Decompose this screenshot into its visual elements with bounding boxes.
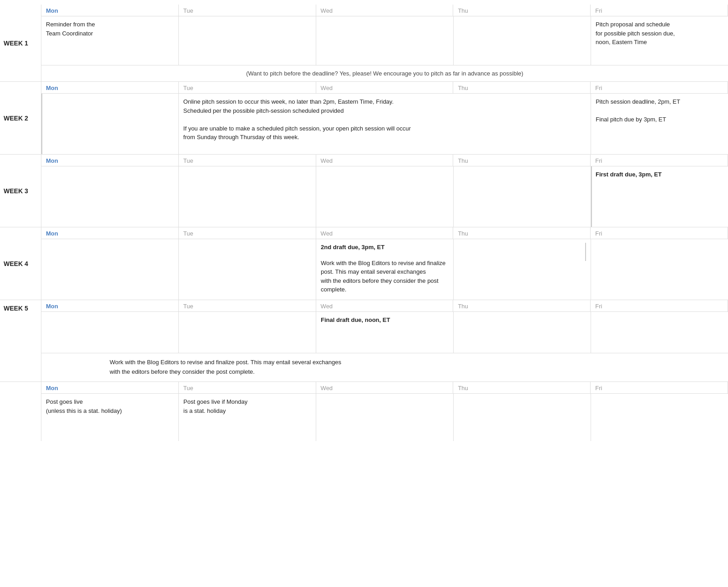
week2-fri-header: Fri (591, 82, 728, 94)
week1-fri-header: Fri (591, 5, 728, 16)
week1-thu-header: Thu (453, 5, 591, 16)
week1-mon-text: Reminder from theTeam Coordinator (46, 21, 95, 37)
week4-mon-header: Mon (41, 227, 179, 239)
week-3-row: WEEK 3 Mon Tue Wed Thu Fri First draft d… (0, 155, 728, 227)
week4-tue-header: Tue (179, 227, 316, 239)
week4-wed-editor-text: Work with the Blog Editors to revise and… (321, 260, 445, 293)
week2-fri-cell: Pitch session deadline, 2pm, ET Final pi… (591, 94, 728, 154)
week2-main-text: Online pitch session to occur this week,… (183, 98, 411, 140)
week6-mon-header: Mon (41, 382, 179, 394)
week5-mon-cell (41, 312, 179, 353)
week1-span-text: (Want to pitch before the deadline? Yes,… (41, 65, 728, 81)
week6-fri-header: Fri (591, 382, 728, 394)
week3-thu-cell (454, 166, 591, 227)
week-5-grid: Mon Tue Wed Thu Fri Final draft due, noo… (41, 300, 728, 381)
week-1-content: Reminder from theTeam Coordinator Pitch … (41, 16, 728, 65)
week5-fri-cell (591, 312, 728, 353)
week4-wed-cell: 2nd draft due, 3pm, ET Work with the Blo… (316, 239, 454, 300)
week4-mon-cell (41, 239, 179, 300)
week2-mon-cell (41, 94, 179, 154)
week4-fri-header: Fri (591, 227, 728, 239)
week6-tue-header: Tue (179, 382, 316, 394)
week2-thu-header: Thu (453, 82, 591, 94)
week-1-row: WEEK 1 Mon Tue Wed Thu Fri Reminder from… (0, 5, 728, 82)
week5-wed-header: Wed (316, 300, 454, 312)
week-5-label: WEEK 5 (0, 300, 41, 381)
week5-wed-cell: Final draft due, noon, ET (316, 312, 454, 353)
week4-thu-cell (454, 239, 591, 300)
week6-mon-cell: Post goes live(unless this is a stat. ho… (41, 394, 179, 441)
week4-thu-header: Thu (453, 227, 591, 239)
week-1-grid: Mon Tue Wed Thu Fri Reminder from theTea… (41, 5, 728, 81)
week5-tue-cell (179, 312, 316, 353)
week2-tue-header: Tue (179, 82, 316, 94)
week3-mon-cell (41, 166, 179, 227)
week1-tue-cell (179, 16, 316, 65)
week5-span-text: Work with the Blog Editors to revise and… (41, 353, 346, 381)
week2-mon-header: Mon (41, 82, 179, 94)
week-5-row: WEEK 5 Mon Tue Wed Thu Fri Final draft d… (0, 300, 728, 382)
week-6-row: Mon Tue Wed Thu Fri Post goes live(unles… (0, 382, 728, 441)
week3-mon-header: Mon (41, 155, 179, 166)
week-5-headers: Mon Tue Wed Thu Fri (41, 300, 728, 312)
week-3-label: WEEK 3 (0, 155, 41, 227)
week-6-content: Post goes live(unless this is a stat. ho… (41, 394, 728, 441)
week6-tue-text: Post goes live if Mondayis a stat. holid… (183, 398, 248, 414)
week-6-headers: Mon Tue Wed Thu Fri (41, 382, 728, 394)
week3-tue-header: Tue (179, 155, 316, 166)
week-2-grid: Mon Tue Wed Thu Fri Online pitch session… (41, 82, 728, 154)
week3-wed-header: Wed (316, 155, 454, 166)
week5-span-row: Work with the Blog Editors to revise and… (41, 353, 728, 381)
week3-thu-header: Thu (453, 155, 591, 166)
week5-mon-header: Mon (41, 300, 179, 312)
week6-mon-text: Post goes live(unless this is a stat. ho… (46, 398, 122, 414)
week-2-headers: Mon Tue Wed Thu Fri (41, 82, 728, 94)
week3-fri-header: Fri (591, 155, 728, 166)
week-4-grid: Mon Tue Wed Thu Fri 2nd draft due, 3pm, … (41, 227, 728, 300)
week1-wed-cell (316, 16, 454, 65)
week1-fri-text: Pitch proposal and schedulefor possible … (596, 21, 675, 45)
week-2-label: WEEK 2 (0, 82, 41, 154)
week5-tue-header: Tue (179, 300, 316, 312)
week-3-headers: Mon Tue Wed Thu Fri (41, 155, 728, 166)
week-4-row: WEEK 4 Mon Tue Wed Thu Fri 2nd draft due… (0, 227, 728, 300)
week6-thu-header: Thu (453, 382, 591, 394)
week2-left-border (41, 94, 42, 154)
week3-wed-cell (316, 166, 454, 227)
week-2-content: Online pitch session to occur this week,… (41, 94, 728, 154)
week-3-grid: Mon Tue Wed Thu Fri First draft due, 3pm… (41, 155, 728, 227)
week-4-label: WEEK 4 (0, 227, 41, 300)
week1-span-row: (Want to pitch before the deadline? Yes,… (41, 65, 728, 81)
week-1-label: WEEK 1 (0, 5, 41, 81)
week-5-content: Final draft due, noon, ET (41, 312, 728, 353)
week1-mon-cell: Reminder from theTeam Coordinator (41, 16, 179, 65)
week4-fri-cell (591, 239, 728, 300)
week3-tue-cell (179, 166, 316, 227)
week6-thu-cell (454, 394, 591, 441)
week2-wed-header: Wed (316, 82, 454, 94)
week-4-content: 2nd draft due, 3pm, ET Work with the Blo… (41, 239, 728, 300)
week1-thu-cell (454, 16, 591, 65)
week-6-label (0, 382, 41, 441)
week5-wed-text: Final draft due, noon, ET (321, 316, 390, 323)
week5-thu-cell (454, 312, 591, 353)
week4-tue-cell (179, 239, 316, 300)
week2-main-cell: Online pitch session to occur this week,… (179, 94, 591, 154)
week5-fri-header: Fri (591, 300, 728, 312)
week3-fri-text: First draft due, 3pm, ET (596, 171, 662, 178)
week6-fri-cell (591, 394, 728, 441)
week-2-row: WEEK 2 Mon Tue Wed Thu Fri Online pitch … (0, 82, 728, 155)
week1-tue-header: Tue (179, 5, 316, 16)
week-3-content: First draft due, 3pm, ET (41, 166, 728, 227)
week6-wed-header: Wed (316, 382, 454, 394)
calendar-container: WEEK 1 Mon Tue Wed Thu Fri Reminder from… (0, 0, 728, 587)
week1-mon-header: Mon (41, 5, 179, 16)
week4-wed-draft-text: 2nd draft due, 3pm, ET (321, 244, 384, 251)
week4-wed-header: Wed (316, 227, 454, 239)
week3-fri-border (591, 166, 592, 227)
week-6-grid: Mon Tue Wed Thu Fri Post goes live(unles… (41, 382, 728, 441)
week1-fri-cell: Pitch proposal and schedulefor possible … (591, 16, 728, 65)
week2-fri-text: Pitch session deadline, 2pm, ET Final pi… (596, 98, 680, 123)
week-4-headers: Mon Tue Wed Thu Fri (41, 227, 728, 239)
week6-tue-cell: Post goes live if Mondayis a stat. holid… (179, 394, 316, 441)
